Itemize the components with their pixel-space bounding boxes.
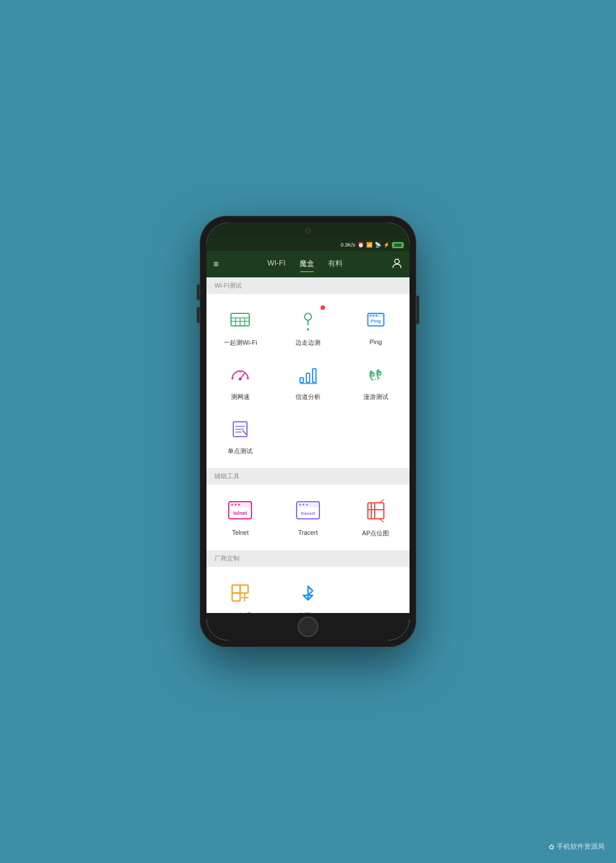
page-watermark: ✿ 手机软件资源局: [549, 842, 605, 852]
svg-point-12: [370, 315, 371, 317]
item-ping[interactable]: Ping Ping: [342, 300, 410, 354]
roaming-icon: [362, 361, 390, 388]
wifi-test-items: 一起测Wi-Fi: [206, 300, 410, 462]
item-speed-test[interactable]: 测网速: [206, 354, 274, 408]
ping-icon: Ping: [362, 307, 390, 334]
svg-point-36: [235, 504, 237, 506]
status-bar: 0.3K/s ⏰ 📶 📡 ⚡ 100: [206, 239, 410, 251]
main-content: Wi-Fi测试: [206, 277, 410, 613]
svg-rect-51: [240, 585, 248, 593]
channel-icon: [294, 361, 322, 388]
section-wifi-header: Wi-Fi测试: [206, 277, 410, 294]
svg-text:tracert: tracert: [301, 511, 315, 516]
walk-test-label: 边走边测: [295, 338, 321, 347]
svg-point-37: [238, 504, 240, 506]
ap-map-icon: [362, 497, 390, 525]
tools-grid: telnet Telnet: [206, 485, 410, 550]
svg-rect-23: [313, 369, 316, 382]
tab-wifi[interactable]: WI-FI: [268, 259, 286, 270]
svg-line-27: [372, 379, 379, 380]
item-single-point[interactable]: 单点测试: [206, 408, 274, 462]
svg-text:Ping: Ping: [371, 318, 380, 324]
vendor-items: AP 扫码 蓝牙AP: [206, 572, 410, 613]
svg-point-7: [305, 313, 311, 320]
camera: [305, 228, 311, 233]
svg-point-35: [232, 504, 233, 506]
tracert-label: Tracert: [298, 529, 318, 536]
section-wifi-test: Wi-Fi测试: [206, 277, 410, 468]
telnet-label: Telnet: [232, 529, 249, 536]
channel-label: 信道分析: [295, 393, 321, 401]
network-speed: 0.3K/s: [341, 242, 355, 248]
item-channel[interactable]: 信道分析: [274, 354, 342, 408]
svg-point-41: [299, 504, 301, 506]
svg-point-42: [302, 504, 304, 506]
speed-test-label: 测网速: [231, 393, 250, 401]
svg-point-17: [239, 378, 242, 381]
nav-bar: ≡ WI-FI 魔盒 有料: [206, 251, 410, 277]
item-bluetooth-ap[interactable]: 蓝牙AP: [274, 572, 342, 613]
user-button[interactable]: [391, 257, 403, 272]
item-ap-scan[interactable]: AP 扫码: [206, 572, 274, 613]
item-tracert[interactable]: tracert Tracert: [274, 490, 342, 545]
phone-bottom: [206, 613, 410, 640]
svg-rect-21: [300, 378, 303, 382]
wifi-test-icon: [226, 307, 254, 334]
menu-button[interactable]: ≡: [213, 259, 218, 269]
item-ap-map[interactable]: AP点位图: [342, 490, 410, 545]
item-wifi-test[interactable]: 一起测Wi-Fi: [206, 300, 274, 354]
speed-test-icon: [226, 361, 254, 388]
bluetooth-icon: [294, 579, 322, 607]
ap-scan-icon: [226, 579, 254, 607]
ap-map-label: AP点位图: [362, 529, 390, 538]
signal-icon: 📶: [366, 242, 372, 248]
svg-rect-45: [368, 503, 384, 519]
phone-top-bar: [206, 223, 410, 239]
battery-indicator: 100: [392, 242, 404, 248]
section-vendor-header: 厂商定制: [206, 550, 410, 567]
wifi-test-label: 一起测Wi-Fi: [224, 338, 257, 347]
section-tools-header: 辅助工具: [206, 468, 410, 485]
svg-point-0: [395, 259, 399, 264]
bluetooth-ap-label: 蓝牙AP: [298, 611, 319, 613]
home-button[interactable]: [298, 616, 318, 637]
svg-rect-22: [306, 373, 310, 382]
nav-tabs: WI-FI 魔盒 有料: [218, 259, 391, 270]
telnet-icon: telnet: [226, 497, 254, 525]
tab-youhao[interactable]: 有料: [328, 259, 343, 270]
bolt-icon: ⚡: [383, 242, 390, 248]
svg-text:telnet: telnet: [233, 510, 247, 516]
ping-label: Ping: [370, 338, 382, 345]
ap-scan-label: AP 扫码: [229, 611, 252, 613]
section-vendor: 厂商定制: [206, 550, 410, 613]
svg-point-13: [372, 315, 374, 317]
item-walk-test[interactable]: 边走边测: [274, 300, 342, 354]
section-tools: 辅助工具 tel: [206, 468, 410, 550]
tools-items: telnet Telnet: [206, 490, 410, 545]
item-roaming[interactable]: 漫游测试: [342, 354, 410, 408]
alarm-icon: ⏰: [358, 242, 364, 248]
wifi-test-grid: 一起测Wi-Fi: [206, 294, 410, 468]
roaming-label: 漫游测试: [363, 393, 388, 401]
vendor-grid: AP 扫码 蓝牙AP: [206, 567, 410, 613]
single-point-label: 单点测试: [228, 447, 253, 455]
svg-rect-52: [232, 593, 240, 601]
walk-test-badge: [321, 305, 325, 310]
single-point-icon: [226, 415, 254, 442]
svg-point-43: [306, 504, 307, 506]
tab-magic-box[interactable]: 魔盒: [299, 259, 314, 270]
item-telnet[interactable]: telnet Telnet: [206, 490, 274, 545]
walk-test-icon: [294, 307, 322, 334]
tracert-icon: tracert: [294, 497, 322, 525]
svg-rect-46: [371, 503, 375, 519]
svg-point-9: [307, 328, 309, 330]
svg-point-14: [375, 315, 377, 317]
svg-rect-50: [232, 585, 240, 593]
svg-line-32: [243, 431, 246, 434]
wifi-icon: 📡: [375, 242, 381, 248]
